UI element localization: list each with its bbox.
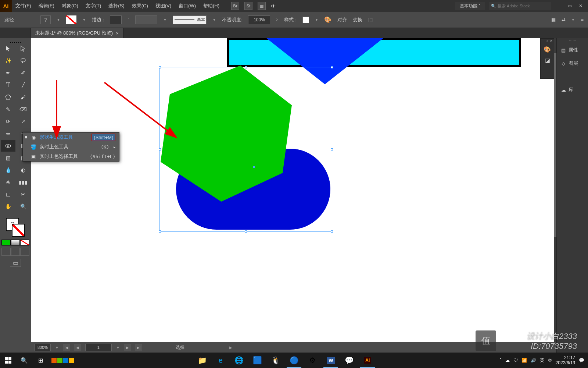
color-mode-solid[interactable] [1, 240, 11, 245]
color-panel-icon[interactable]: 🎨 [541, 44, 554, 55]
flyout-live-paint[interactable]: 🪣 实时上色工具 (K) ▸ [23, 142, 119, 152]
grid-icon[interactable]: ▦ [551, 17, 556, 22]
fill-swatch[interactable]: ? [40, 15, 51, 24]
action-center-icon[interactable]: 💬 [579, 358, 584, 363]
last-artboard-button[interactable]: ▶| [135, 344, 142, 351]
wechat-app[interactable]: 💬 [340, 353, 358, 368]
stroke-profile[interactable]: 基本 [173, 15, 207, 24]
chrome-app[interactable]: 🔵 [285, 353, 303, 368]
menu-select[interactable]: 选择(S) [105, 0, 128, 12]
ime-settings-icon[interactable]: ⚙ [548, 358, 552, 363]
stroke-weight-input[interactable] [110, 15, 122, 24]
network-icon[interactable]: 📶 [521, 358, 527, 363]
right-panel-grip[interactable]: ⋯⋯ [557, 38, 588, 43]
shape-builder-tool[interactable] [1, 140, 15, 152]
direct-selection-tool[interactable] [16, 43, 31, 54]
tray-up-icon[interactable]: ˄ [499, 358, 502, 363]
tab-close-icon[interactable]: × [116, 31, 119, 36]
toolbox-grip[interactable]: ⋯⋯ [1, 39, 30, 43]
search-stock-input[interactable]: 🔍 搜索 Adobe Stock [489, 2, 551, 10]
document-tab[interactable]: 未标题-1* @ 800% (RGB/GPU 预览) × [31, 28, 123, 38]
selection-tool[interactable] [1, 43, 15, 54]
eyedropper-tool[interactable]: 💧 [1, 164, 15, 176]
shaper-tool[interactable]: ✎ [1, 103, 15, 115]
flyout-live-paint-select[interactable]: ▣ 实时上色选择工具 (Shift+L) [23, 152, 119, 161]
recolor-icon[interactable]: 🎨 [324, 16, 331, 23]
taskbar-search-icon[interactable]: 🔍 [16, 353, 32, 368]
qq-app[interactable]: 🐧 [267, 353, 284, 368]
menu-window[interactable]: 窗口(W) [175, 0, 200, 12]
width-tool[interactable]: ⇔ [1, 128, 15, 139]
stroke-swatch[interactable] [66, 15, 76, 24]
arrange-icon[interactable]: ▥ [258, 2, 266, 10]
type-tool[interactable]: T [1, 79, 15, 91]
vertical-scrollbar[interactable] [554, 38, 556, 342]
menu-type[interactable]: 文字(T) [82, 0, 105, 12]
rectangle-tool[interactable] [1, 91, 15, 103]
zoom-tool[interactable]: 🔍 [16, 201, 31, 212]
taskbar-clock[interactable]: 21:17 2022/6/13 [556, 355, 575, 366]
side-dock-collapse-icon[interactable]: » [546, 39, 548, 43]
swatches-panel-icon[interactable]: ◪ [541, 55, 554, 66]
artboard-tool[interactable]: ▢ [1, 188, 15, 200]
rotate-tool[interactable]: ⟳ [1, 116, 15, 127]
start-button[interactable] [0, 353, 16, 368]
lasso-tool[interactable] [16, 55, 31, 67]
window-minimize[interactable]: — [555, 3, 562, 9]
onedrive-icon[interactable]: ☁ [505, 358, 510, 363]
curvature-tool[interactable]: ✐ [16, 67, 31, 79]
volume-icon[interactable]: 🔊 [531, 358, 536, 363]
flow-icon[interactable]: ⇄ [562, 17, 566, 22]
stock-icon[interactable]: St [244, 2, 252, 10]
menu-effect[interactable]: 效果(C) [128, 0, 152, 12]
transform-label[interactable]: 变换 [353, 17, 362, 23]
draw-inside[interactable] [20, 248, 29, 256]
screen-mode[interactable]: ▭ [10, 259, 21, 267]
zoom-input[interactable] [35, 344, 51, 351]
menu-file[interactable]: 文件(F) [12, 0, 35, 12]
draw-behind[interactable] [11, 248, 20, 256]
menu-help[interactable]: 帮助(H) [200, 0, 223, 12]
security-icon[interactable]: 🛡 [513, 358, 518, 363]
blend-tool[interactable]: ◐ [16, 164, 31, 176]
stroke-var-dropdown[interactable] [135, 15, 157, 24]
isolate-icon[interactable]: ⬚ [368, 17, 373, 22]
color-mode-gradient[interactable] [11, 240, 20, 245]
window-restore[interactable]: ▭ [566, 3, 573, 9]
menu-view[interactable]: 视图(V) [152, 0, 175, 12]
eraser-tool[interactable]: ⌫ [16, 103, 31, 115]
artboard[interactable]: »✕ 🎨 ◪ [31, 38, 554, 342]
gpu-icon[interactable]: ✈ [271, 3, 276, 10]
hand-tool[interactable]: ✋ [1, 201, 15, 212]
opacity-input[interactable] [248, 15, 270, 24]
magic-wand-tool[interactable]: ✨ [1, 55, 15, 67]
edge-legacy-app[interactable]: e [212, 353, 229, 368]
next-artboard-button[interactable]: ▶ [124, 344, 131, 351]
stroke-color-swatch[interactable] [12, 224, 25, 237]
ime-indicator[interactable]: 英 [540, 357, 544, 364]
graphic-style-swatch[interactable] [302, 17, 309, 23]
side-dock-close-icon[interactable]: ✕ [550, 39, 553, 43]
scale-tool[interactable]: ⤢ [16, 116, 31, 127]
libraries-panel-button[interactable]: ☁ 库 [557, 83, 588, 96]
settings-app[interactable]: ⚙ [304, 353, 321, 368]
explorer-app[interactable]: 📁 [193, 353, 211, 368]
workspace-selector[interactable]: 基本功能 [455, 2, 485, 10]
fill-stroke-swatches[interactable]: ? [6, 218, 25, 237]
symbol-sprayer-tool[interactable]: ❋ [1, 176, 15, 188]
properties-panel-button[interactable]: ▤ 属性 [557, 43, 588, 57]
word-app[interactable]: W [322, 353, 340, 368]
task-view-icon[interactable]: ⊞ [32, 353, 49, 368]
pen-tool[interactable]: ✒ [1, 67, 15, 79]
draw-normal[interactable] [1, 248, 11, 256]
menu-edit[interactable]: 编辑(E) [35, 0, 58, 12]
menu-object[interactable]: 对象(O) [58, 0, 82, 12]
color-mode-none[interactable] [20, 240, 29, 245]
window-close[interactable]: ✕ [577, 3, 584, 9]
align-label[interactable]: 对齐 [337, 17, 347, 23]
edge-app[interactable]: 🟦 [248, 353, 266, 368]
layers-panel-button[interactable]: ◇ 图层 [557, 57, 588, 70]
prev-artboard-button[interactable]: ◀ [74, 344, 81, 351]
line-tool[interactable]: ╱ [16, 79, 31, 91]
artboard-number-input[interactable] [85, 344, 112, 351]
